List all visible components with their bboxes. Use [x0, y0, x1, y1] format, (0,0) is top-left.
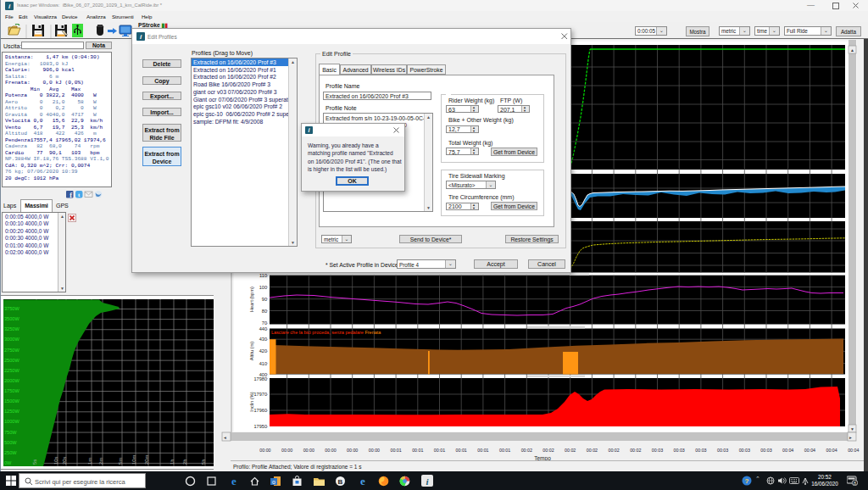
svg-text:▸: ▸ [849, 435, 852, 440]
svg-text:1250W: 1250W [4, 409, 19, 414]
svg-text:00:00: 00:00 [347, 448, 358, 453]
svg-text:e: e [360, 475, 365, 487]
svg-text:00:04: 00:04 [848, 448, 859, 453]
svg-text:B: B [338, 478, 343, 486]
svg-text:1750W: 1750W [4, 388, 19, 393]
svg-text:-: - [266, 308, 268, 313]
svg-text:5m: 5m [118, 458, 123, 465]
svg-text:-: - [266, 392, 268, 397]
svg-text:1500W: 1500W [4, 398, 19, 404]
svg-text:▼: ▼ [850, 426, 854, 432]
svg-text:1m: 1m [87, 458, 92, 465]
svg-text:17960: 17960 [253, 408, 267, 413]
svg-text:2750W: 2750W [4, 348, 19, 353]
svg-text:00:02: 00:02 [630, 448, 641, 453]
svg-text:-: - [266, 424, 268, 429]
svg-text:e: e [231, 475, 236, 487]
svg-text:250W: 250W [4, 450, 17, 455]
svg-text:00:01: 00:01 [412, 448, 423, 453]
svg-text:5s: 5s [32, 459, 37, 465]
svg-text:00:03: 00:03 [760, 448, 771, 453]
svg-text:00:01: 00:01 [434, 448, 445, 453]
svg-text:00:01: 00:01 [456, 448, 467, 453]
svg-text:17970: 17970 [253, 392, 267, 397]
svg-text:-: - [266, 273, 268, 278]
svg-text:00:00: 00:00 [259, 448, 270, 453]
svg-text:-: - [266, 326, 268, 331]
svg-text:3500W: 3500W [4, 316, 19, 321]
svg-text:00:03: 00:03 [674, 448, 685, 453]
svg-text:5h: 5h [201, 459, 206, 465]
svg-text:17950: 17950 [253, 424, 267, 429]
svg-text:Inclin (%): Inclin (%) [249, 392, 254, 411]
svg-text:00:04: 00:04 [804, 448, 815, 453]
svg-text:00:04: 00:04 [782, 448, 793, 453]
svg-text:?: ? [745, 477, 749, 485]
svg-text:2m: 2m [98, 458, 103, 465]
svg-text:00:02: 00:02 [521, 448, 532, 453]
svg-text:00:03: 00:03 [652, 448, 663, 453]
svg-text:-: - [266, 320, 268, 326]
svg-text:1000W: 1000W [4, 419, 19, 424]
svg-text:00:00: 00:00 [325, 448, 336, 453]
svg-text:00:01: 00:01 [499, 448, 510, 453]
svg-text:-: - [266, 376, 268, 381]
svg-text:20m: 20m [144, 455, 149, 465]
svg-text:3750W: 3750W [4, 306, 19, 311]
svg-text:00:03: 00:03 [739, 448, 750, 453]
svg-text:Lasciare che la bici proceda,: Lasciare che la bici proceda, senza peda… [271, 330, 381, 335]
svg-text:00:00: 00:00 [281, 448, 292, 453]
svg-text:10s: 10s [53, 457, 58, 465]
svg-text:f: f [70, 192, 72, 199]
svg-text:0W: 0W [4, 460, 12, 465]
svg-text:00:01: 00:01 [477, 448, 488, 453]
svg-text:2000W: 2000W [4, 378, 19, 383]
svg-text:3000W: 3000W [4, 337, 19, 342]
svg-text:750W: 750W [4, 430, 17, 435]
svg-text:-: - [266, 360, 268, 365]
svg-text:00:02: 00:02 [565, 448, 576, 453]
svg-text:2250W: 2250W [4, 368, 19, 373]
svg-text:17980: 17980 [253, 376, 267, 381]
svg-text:2h: 2h [182, 459, 187, 465]
svg-text:00:02: 00:02 [608, 448, 619, 453]
svg-text:10m: 10m [131, 455, 136, 465]
svg-text:-: - [266, 284, 268, 289]
svg-text:00:01: 00:01 [390, 448, 401, 453]
svg-text:o: o [272, 479, 275, 485]
svg-text:-: - [266, 408, 268, 413]
svg-text:▲: ▲ [850, 47, 854, 53]
svg-text:Altitu (m): Altitu (m) [249, 342, 254, 361]
svg-text:00:00: 00:00 [369, 448, 380, 453]
svg-text:20s: 20s [62, 457, 67, 465]
svg-text:00:03: 00:03 [695, 448, 706, 453]
svg-text:00:02: 00:02 [587, 448, 598, 453]
svg-text:◂: ◂ [224, 435, 226, 440]
svg-text:3250W: 3250W [4, 326, 19, 331]
svg-text:Heart (bpm): Heart (bpm) [249, 287, 254, 312]
svg-text:-: - [266, 296, 268, 301]
svg-text:00:04: 00:04 [826, 448, 837, 453]
svg-text:1h: 1h [170, 459, 175, 465]
svg-text:00:00: 00:00 [303, 448, 314, 453]
svg-text:00:02: 00:02 [542, 448, 554, 453]
svg-text:-: - [266, 348, 268, 354]
svg-text:00:03: 00:03 [717, 448, 728, 453]
svg-text:2500W: 2500W [4, 358, 19, 363]
svg-text:500W: 500W [4, 440, 17, 445]
svg-text:-: - [266, 337, 268, 342]
